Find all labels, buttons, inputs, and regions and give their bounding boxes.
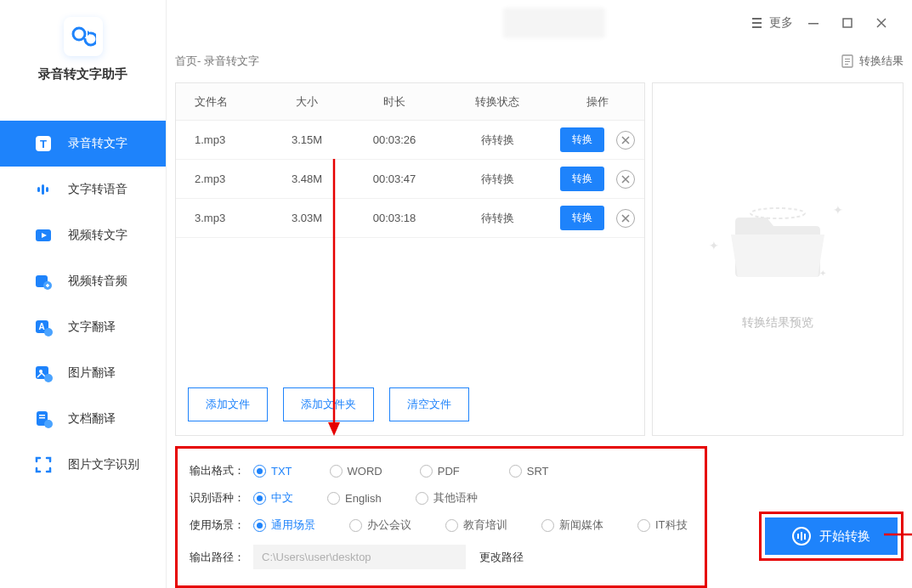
radio-other-lang[interactable]: 其他语种 <box>416 490 478 506</box>
nav-label: 文字翻译 <box>68 319 116 335</box>
language-row: 识别语种： 中文 English 其他语种 <box>190 484 693 512</box>
svg-rect-5 <box>46 187 48 192</box>
more-button[interactable]: 更多 <box>749 6 796 40</box>
settings-panel: 输出格式： TXT WORD PDF SRT 识别语种： 中文 English … <box>175 446 707 588</box>
nav-label: 图片文字识别 <box>68 457 139 472</box>
nav-image-translate[interactable]: 图片翻译 <box>0 350 166 396</box>
start-convert-button[interactable]: 开始转换 <box>765 517 898 555</box>
convert-button[interactable]: 转换 <box>560 167 604 191</box>
svg-rect-24 <box>845 64 848 65</box>
cell-action: 转换 <box>550 199 644 237</box>
cell-duration: 00:03:26 <box>344 121 445 159</box>
th-action: 操作 <box>550 83 644 120</box>
minimize-button[interactable] <box>796 6 830 40</box>
th-name: 文件名 <box>176 83 269 120</box>
format-label: 输出格式： <box>190 463 245 478</box>
nav-label: 图片翻译 <box>68 365 116 381</box>
result-link[interactable]: 转换结果 <box>841 54 904 69</box>
app-logo <box>64 17 103 56</box>
folder-illustration: ✦ ✦ ✦ <box>714 188 841 293</box>
maximize-icon <box>841 17 853 29</box>
add-file-button[interactable]: 添加文件 <box>188 387 268 421</box>
radio-education[interactable]: 教育培训 <box>445 517 507 533</box>
svg-rect-4 <box>42 184 44 195</box>
nav-audio-to-text[interactable]: T 录音转文字 <box>0 121 166 167</box>
remove-button[interactable] <box>616 131 635 150</box>
convert-button[interactable]: 转换 <box>560 127 604 152</box>
table-body: 1.mp3 3.15M 00:03:26 待转换 转换 2.mp3 3.48M … <box>176 121 644 238</box>
svg-point-11 <box>44 328 53 336</box>
svg-point-14 <box>44 374 53 382</box>
output-path-row: 输出路径： 更改路径 <box>190 539 693 575</box>
content: 首页- 录音转文字 转换结果 文件名 大小 时长 转换状态 操作 1.mp3 <box>167 45 912 588</box>
cell-duration: 00:03:47 <box>344 160 445 198</box>
svg-rect-19 <box>808 23 819 25</box>
ocr-icon <box>34 455 53 474</box>
nav-text-translate[interactable]: A 文字翻译 <box>0 304 166 350</box>
app-name: 录音转文字助手 <box>38 66 127 82</box>
nav-label: 录音转文字 <box>68 136 127 151</box>
cell-action: 转换 <box>550 121 644 159</box>
radio-word[interactable]: WORD <box>330 465 382 478</box>
nav-doc-translate[interactable]: 文档翻译 <box>0 396 166 442</box>
table-row: 1.mp3 3.15M 00:03:26 待转换 转换 <box>176 121 644 160</box>
translate-doc-icon <box>34 410 53 428</box>
translate-image-icon <box>34 364 53 382</box>
close-button[interactable] <box>864 6 898 40</box>
close-icon <box>621 214 630 223</box>
nav: T 录音转文字 文字转语音 视频转文字 视频转音频 A 文字翻译 图片翻译 文档… <box>0 121 166 488</box>
video-play-icon <box>34 226 53 245</box>
clear-files-button[interactable]: 清空文件 <box>389 387 469 421</box>
cell-status: 待转换 <box>445 160 550 198</box>
file-table-panel: 文件名 大小 时长 转换状态 操作 1.mp3 3.15M 00:03:26 待… <box>175 82 645 436</box>
scene-label: 使用场景： <box>190 517 245 533</box>
nav-text-to-speech[interactable]: 文字转语音 <box>0 167 166 212</box>
maximize-button[interactable] <box>830 6 864 40</box>
radio-srt[interactable]: SRT <box>509 465 549 478</box>
th-duration: 时长 <box>344 83 445 120</box>
nav-label: 视频转文字 <box>68 228 127 243</box>
nav-ocr[interactable]: 图片文字识别 <box>0 442 166 488</box>
radio-chinese[interactable]: 中文 <box>253 490 293 506</box>
radio-news[interactable]: 新闻媒体 <box>541 517 603 533</box>
nav-video-to-text[interactable]: 视频转文字 <box>0 212 166 258</box>
nav-label: 视频转音频 <box>68 274 127 289</box>
radio-txt[interactable]: TXT <box>253 465 292 478</box>
svg-point-18 <box>44 420 53 428</box>
start-highlight: 开始转换 <box>759 512 904 561</box>
svg-rect-3 <box>37 187 40 192</box>
start-label: 开始转换 <box>819 529 870 545</box>
convert-button[interactable]: 转换 <box>560 206 604 230</box>
breadcrumb: 首页- 录音转文字 <box>175 54 259 69</box>
minimize-icon <box>807 17 819 29</box>
result-link-label: 转换结果 <box>859 54 904 69</box>
add-folder-button[interactable]: 添加文件夹 <box>283 387 374 421</box>
radio-pdf[interactable]: PDF <box>420 465 460 478</box>
breadcrumb-row: 首页- 录音转文字 转换结果 <box>175 45 904 82</box>
radio-english[interactable]: English <box>327 492 382 505</box>
nav-video-to-audio[interactable]: 视频转音频 <box>0 258 166 304</box>
text-icon: T <box>34 134 53 153</box>
preview-label: 转换结果预览 <box>742 315 813 331</box>
cell-size: 3.48M <box>269 160 344 198</box>
radio-office[interactable]: 办公会议 <box>349 517 411 533</box>
path-input[interactable] <box>253 545 466 569</box>
remove-button[interactable] <box>616 170 635 189</box>
svg-rect-16 <box>39 415 45 416</box>
close-icon <box>621 136 630 144</box>
translate-text-icon: A <box>34 318 53 336</box>
cell-status: 待转换 <box>445 121 550 159</box>
titlebar: 更多 <box>167 0 912 45</box>
change-path-link[interactable]: 更改路径 <box>479 550 524 565</box>
radio-general[interactable]: 通用场景 <box>253 517 315 533</box>
table-row: 3.mp3 3.03M 00:03:18 待转换 转换 <box>176 199 644 238</box>
svg-rect-22 <box>845 59 850 59</box>
main-area: 更多 首页- 录音转文字 转换结果 文件名 大小 时长 转换状态 操作 <box>167 0 912 588</box>
output-format-row: 输出格式： TXT WORD PDF SRT <box>190 457 693 484</box>
cell-size: 3.15M <box>269 121 344 159</box>
radio-it[interactable]: IT科技 <box>637 517 688 533</box>
remove-button[interactable] <box>616 209 635 228</box>
svg-text:A: A <box>38 322 44 331</box>
th-status: 转换状态 <box>445 83 550 120</box>
audio-wave-icon <box>34 180 53 199</box>
